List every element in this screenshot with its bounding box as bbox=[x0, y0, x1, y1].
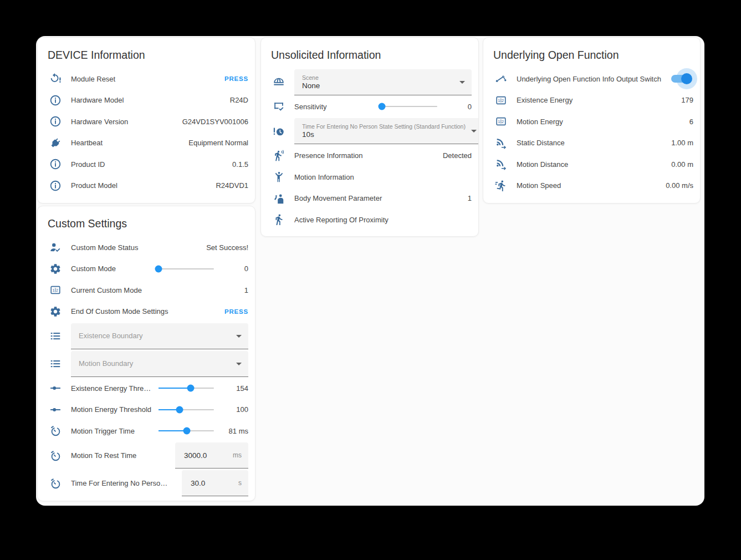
card-title: Underlying Open Function bbox=[483, 38, 700, 62]
time-for-entering-no-perso-unit: s bbox=[238, 479, 242, 487]
custom-mode-slider[interactable] bbox=[159, 268, 214, 269]
slider-thumb[interactable] bbox=[183, 427, 191, 435]
row-custom-mode: Custom Mode0 bbox=[38, 258, 255, 280]
time-for-entering-no-person-state-setting-standa-select-label: Time For Entering No Person State Settin… bbox=[302, 123, 466, 130]
card-title: Custom Settings bbox=[38, 206, 255, 230]
scene-icon bbox=[272, 75, 285, 89]
motion-person-icon bbox=[272, 170, 285, 184]
slider-fill bbox=[159, 430, 187, 431]
gear-icon bbox=[49, 305, 62, 318]
slider-thumb[interactable] bbox=[176, 406, 183, 413]
scene-select[interactable]: SceneNone bbox=[294, 69, 472, 95]
underlying-open-function-card: Underlying Open Function Underlying Open… bbox=[483, 37, 701, 203]
sensitivity-slider[interactable] bbox=[382, 106, 437, 107]
row-motion-energy-threshold: Motion Energy Threshold100 bbox=[38, 399, 255, 421]
underlying-open-function-info-output-switch-toggle[interactable] bbox=[671, 73, 691, 84]
row-label: Motion Energy bbox=[517, 118, 689, 126]
existence-energy-threshold-slider[interactable] bbox=[159, 388, 214, 389]
row-value: Detected bbox=[443, 151, 472, 160]
motion-energy-threshold-slider[interactable] bbox=[159, 409, 214, 410]
row-label: Static Distance bbox=[517, 139, 671, 147]
row-value: 0.00 m/s bbox=[666, 181, 693, 190]
press-button[interactable]: PRESS bbox=[224, 75, 248, 82]
motion-to-rest-time-input-value: 3000.0 bbox=[184, 451, 207, 460]
row-label: Motion Distance bbox=[517, 160, 671, 169]
row-label: Motion Speed bbox=[517, 181, 666, 190]
info-icon bbox=[49, 94, 62, 107]
device-information-card: DEVICE Information Module ResetPRESSHard… bbox=[37, 37, 255, 203]
signal-icon bbox=[494, 136, 508, 150]
presence-icon bbox=[272, 149, 285, 162]
time-for-entering-no-perso-input[interactable]: 30.0s bbox=[182, 470, 248, 496]
list-icon bbox=[49, 329, 62, 343]
row-existence-boundary: Existence Boundary bbox=[38, 322, 255, 350]
row-active-reporting-of-proximity: Active Reporting Of Proximity bbox=[261, 209, 478, 231]
timer-icon bbox=[49, 449, 62, 462]
slider-value: 154 bbox=[222, 384, 248, 393]
row-label: Motion To Rest Time bbox=[71, 451, 171, 460]
row-label: Hardware Version bbox=[71, 118, 182, 126]
chevron-down-icon bbox=[471, 130, 477, 135]
chevron-down-icon bbox=[236, 335, 242, 340]
row-motion-speed: Motion Speed0.00 m/s bbox=[483, 175, 700, 197]
row-time-for-entering-no-perso: Time For Entering No Perso…30.0s bbox=[38, 470, 255, 497]
row-hardware-version: Hardware VersionG24VD1SYV001006 bbox=[38, 111, 255, 133]
row-label: Time For Entering No Perso… bbox=[71, 479, 177, 487]
scene-select-label: Scene bbox=[302, 74, 319, 81]
clock-alert-icon bbox=[272, 125, 285, 138]
slider-thumb[interactable] bbox=[379, 103, 386, 110]
timer-icon bbox=[49, 477, 62, 490]
time-for-entering-no-person-state-setting-standa-select[interactable]: Time For Entering No Person State Settin… bbox=[294, 118, 479, 144]
row-motion-boundary: Motion Boundary bbox=[38, 350, 255, 378]
row-label: Motion Trigger Time bbox=[71, 427, 159, 435]
info-icon bbox=[49, 115, 62, 128]
row-motion-trigger-time: Motion Trigger Time81 ms bbox=[38, 420, 255, 442]
timer-icon bbox=[49, 424, 62, 437]
proximity-icon bbox=[272, 213, 285, 226]
signal-icon bbox=[494, 157, 508, 171]
info-icon bbox=[49, 179, 62, 192]
slider-icon bbox=[49, 403, 62, 416]
motion-to-rest-time-input[interactable]: 3000.0ms bbox=[175, 442, 248, 469]
row-existence-energy: 12Existence Energy179 bbox=[483, 90, 700, 111]
row-label: Module Reset bbox=[71, 75, 224, 83]
slider-thumb[interactable] bbox=[187, 385, 195, 392]
svg-text:1: 1 bbox=[52, 288, 54, 293]
row-label: Underlying Open Function Info Output Swi… bbox=[517, 75, 671, 83]
slider-value: 0 bbox=[222, 264, 248, 273]
row-motion-energy: 12Motion Energy6 bbox=[483, 111, 700, 133]
row-motion-to-rest-time: Motion To Rest Time3000.0ms bbox=[38, 442, 255, 470]
row-value: R24D bbox=[230, 96, 248, 104]
svg-text:1: 1 bbox=[498, 120, 500, 125]
row-value: G24VD1SYV001006 bbox=[182, 118, 248, 126]
row-time-for-entering-no-person-state-setting-standa: Time For Entering No Person State Settin… bbox=[261, 118, 478, 145]
row-sensitivity: Sensitivity0 bbox=[261, 96, 478, 118]
motion-boundary-select[interactable]: Motion Boundary bbox=[71, 351, 248, 377]
custom-settings-card: Custom Settings Custom Mode StatusSet Su… bbox=[37, 206, 255, 501]
motion-trigger-time-slider[interactable] bbox=[159, 430, 214, 431]
scene-select-value: None bbox=[302, 82, 320, 90]
unsolicited-information-card: Unsolicited Information SceneNoneSensiti… bbox=[260, 37, 479, 237]
motion-boundary-select-placeholder: Motion Boundary bbox=[79, 359, 133, 368]
row-value: 179 bbox=[681, 96, 693, 104]
card-title: DEVICE Information bbox=[38, 38, 255, 62]
row-label: Motion Energy Threshold bbox=[71, 405, 159, 414]
numeric-box-icon: 12 bbox=[494, 115, 508, 128]
slider-value: 100 bbox=[222, 405, 248, 414]
press-button[interactable]: PRESS bbox=[224, 308, 248, 315]
slider-thumb[interactable] bbox=[155, 265, 162, 272]
time-for-entering-no-perso-input-value: 30.0 bbox=[191, 479, 205, 487]
chevron-down-icon bbox=[459, 81, 465, 86]
row-value: Set Success! bbox=[206, 243, 248, 252]
existence-boundary-select[interactable]: Existence Boundary bbox=[71, 323, 248, 349]
numeric-box-icon: 12 bbox=[49, 283, 62, 297]
gear-icon bbox=[49, 262, 62, 276]
info-icon bbox=[49, 157, 62, 171]
svg-text:2: 2 bbox=[502, 98, 504, 103]
reset-icon bbox=[49, 72, 62, 85]
body-movement-icon bbox=[272, 192, 285, 205]
row-existence-energy-threshold: Existence Energy Threshold154 bbox=[38, 378, 255, 399]
row-label: Current Custom Mode bbox=[71, 286, 244, 294]
numeric-box-icon: 12 bbox=[494, 94, 508, 107]
speed-icon bbox=[494, 179, 508, 192]
